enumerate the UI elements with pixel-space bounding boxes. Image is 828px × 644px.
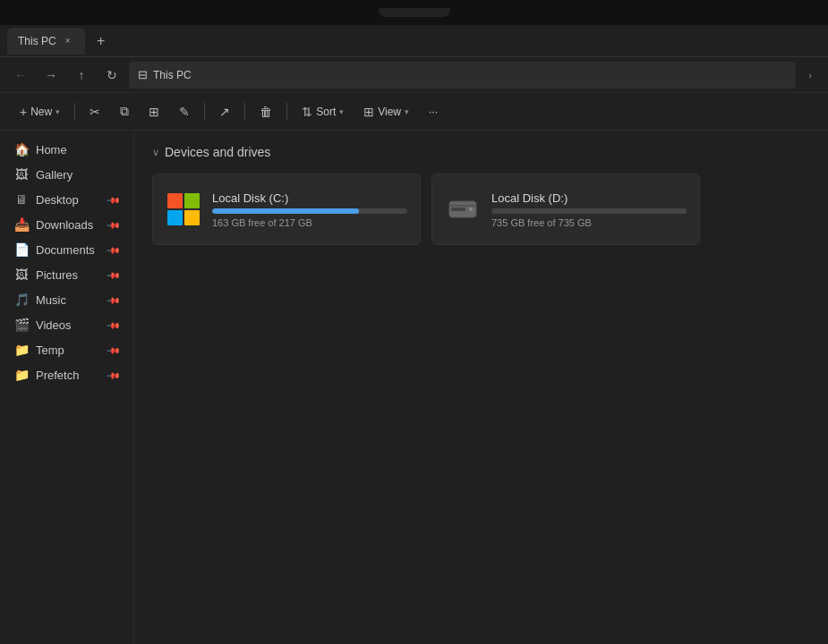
- view-button[interactable]: ⊞ View ▾: [354, 98, 418, 125]
- svg-point-2: [469, 208, 473, 211]
- sidebar-item-documents[interactable]: 📄 Documents 📌: [4, 238, 130, 261]
- sidebar-item-downloads[interactable]: 📥 Downloads 📌: [4, 213, 130, 236]
- sidebar-prefetch-label: Prefetch: [36, 369, 79, 382]
- copy-icon: ⧉: [120, 104, 129, 119]
- sidebar-pictures-label: Pictures: [36, 268, 78, 282]
- view-label: View: [378, 106, 401, 118]
- devices-chevron-icon: ∨: [152, 147, 159, 158]
- up-button[interactable]: ↑: [68, 62, 95, 89]
- sidebar-gallery-label: Gallery: [36, 168, 73, 182]
- new-button[interactable]: + New ▾: [11, 98, 69, 125]
- forward-icon: →: [45, 68, 57, 82]
- pin-icon-desktop: 📌: [107, 192, 121, 207]
- rename-icon: ✎: [179, 105, 190, 119]
- sidebar-item-temp[interactable]: 📁 Temp 📌: [4, 338, 130, 361]
- monitor-icon: ⊟: [138, 68, 148, 81]
- content-area: ∨ Devices and drives Local: [134, 131, 828, 644]
- sort-button[interactable]: ⇅ Sort ▾: [293, 98, 353, 125]
- delete-button[interactable]: 🗑: [251, 98, 281, 125]
- address-bar[interactable]: ⊟ This PC: [129, 62, 796, 89]
- win-logo-red: [167, 193, 183, 208]
- drive-c-free-text: 163 GB free of 217 GB: [212, 217, 407, 228]
- sidebar-desktop-label: Desktop: [36, 193, 79, 207]
- home-icon: 🏠: [14, 142, 29, 157]
- windows-logo-icon: [167, 193, 200, 225]
- forward-button[interactable]: →: [38, 62, 64, 89]
- drive-d-icon-wrap: [445, 191, 481, 227]
- drive-c-item[interactable]: Local Disk (C:) 163 GB free of 217 GB: [152, 174, 421, 245]
- drive-d-item[interactable]: Local Disk (D:) 735 GB free of 735 GB: [431, 174, 700, 245]
- title-bar: This PC × +: [0, 25, 828, 57]
- separator-3: [244, 103, 245, 121]
- breadcrumb-expand[interactable]: ›: [799, 62, 821, 89]
- sidebar-item-pictures[interactable]: 🖼 Pictures 📌: [4, 263, 130, 286]
- sidebar-home-label: Home: [36, 143, 67, 157]
- tab-label: This PC: [18, 35, 56, 47]
- refresh-button[interactable]: ↻: [98, 62, 125, 89]
- sidebar-videos-label: Videos: [36, 318, 72, 332]
- pin-icon-prefetch: 📌: [107, 368, 121, 382]
- new-label: New: [30, 106, 52, 118]
- sidebar-downloads-label: Downloads: [36, 218, 93, 232]
- devices-section-header[interactable]: ∨ Devices and drives: [152, 145, 810, 159]
- file-explorer-window: This PC × + ← → ↑ ↻ ⊟ This PC › + New ▾: [0, 25, 828, 644]
- svg-rect-1: [449, 205, 476, 207]
- paste-button[interactable]: ⊞: [140, 98, 168, 125]
- drive-c-name: Local Disk (C:): [212, 191, 407, 205]
- new-dropdown-icon: ▾: [55, 107, 60, 116]
- prefetch-icon: 📁: [14, 368, 29, 382]
- sidebar-item-videos[interactable]: 🎬 Videos 📌: [4, 313, 130, 336]
- share-button[interactable]: ↗: [210, 98, 239, 125]
- rename-button[interactable]: ✎: [170, 98, 199, 125]
- devices-section-label: Devices and drives: [165, 145, 270, 159]
- camera-bar: [0, 0, 828, 25]
- up-icon: ↑: [79, 68, 85, 82]
- sidebar-item-home[interactable]: 🏠 Home: [4, 138, 130, 161]
- svg-rect-3: [451, 208, 465, 211]
- sidebar-music-label: Music: [36, 293, 66, 307]
- drive-c-info: Local Disk (C:) 163 GB free of 217 GB: [212, 191, 407, 228]
- main-area: 🏠 Home 🖼 Gallery 🖥 Desktop 📌 📥 Downloads…: [0, 131, 828, 644]
- back-icon: ←: [14, 68, 27, 82]
- new-icon: +: [20, 105, 27, 119]
- drives-grid: Local Disk (C:) 163 GB free of 217 GB: [152, 174, 810, 245]
- cut-button[interactable]: ✂: [81, 98, 109, 125]
- camera-notch: [379, 8, 450, 17]
- sidebar-item-music[interactable]: 🎵 Music 📌: [4, 288, 130, 311]
- address-text: This PC: [153, 69, 192, 81]
- new-tab-button[interactable]: +: [89, 29, 114, 54]
- sidebar-item-prefetch[interactable]: 📁 Prefetch 📌: [4, 363, 130, 386]
- pin-icon-pictures: 📌: [107, 267, 121, 282]
- separator-4: [286, 103, 287, 121]
- back-button: ←: [7, 62, 34, 89]
- refresh-icon: ↻: [107, 68, 117, 82]
- pictures-icon: 🖼: [14, 267, 29, 282]
- paste-icon: ⊞: [149, 105, 159, 119]
- desktop-icon: 🖥: [14, 192, 29, 207]
- separator-2: [204, 103, 205, 121]
- sidebar-item-desktop[interactable]: 🖥 Desktop 📌: [4, 188, 130, 211]
- videos-icon: 🎬: [14, 318, 29, 332]
- documents-icon: 📄: [14, 242, 29, 257]
- tab-this-pc[interactable]: This PC ×: [7, 28, 85, 55]
- sidebar-item-gallery[interactable]: 🖼 Gallery: [4, 163, 130, 186]
- pin-icon-temp: 📌: [107, 343, 121, 357]
- more-button[interactable]: ···: [420, 98, 447, 125]
- win-logo-green: [184, 193, 200, 208]
- view-icon: ⊞: [363, 105, 374, 119]
- copy-button[interactable]: ⧉: [111, 98, 138, 125]
- drive-c-progress-bar: [212, 208, 407, 214]
- drive-d-free-text: 735 GB free of 735 GB: [491, 217, 687, 228]
- sort-dropdown-icon: ▾: [339, 107, 344, 116]
- pin-icon-documents: 📌: [107, 242, 121, 257]
- sort-icon: ⇅: [302, 105, 312, 119]
- chevron-icon: ›: [808, 70, 812, 80]
- pin-icon-videos: 📌: [107, 318, 121, 332]
- drive-d-info: Local Disk (D:) 735 GB free of 735 GB: [491, 191, 687, 228]
- drive-c-icon-wrap: [166, 191, 201, 227]
- view-dropdown-icon: ▾: [405, 107, 409, 116]
- drive-c-used-bar: [212, 208, 359, 214]
- drive-d-progress-bar: [491, 208, 687, 214]
- pin-icon-music: 📌: [107, 292, 121, 307]
- tab-close-button[interactable]: ×: [62, 35, 74, 47]
